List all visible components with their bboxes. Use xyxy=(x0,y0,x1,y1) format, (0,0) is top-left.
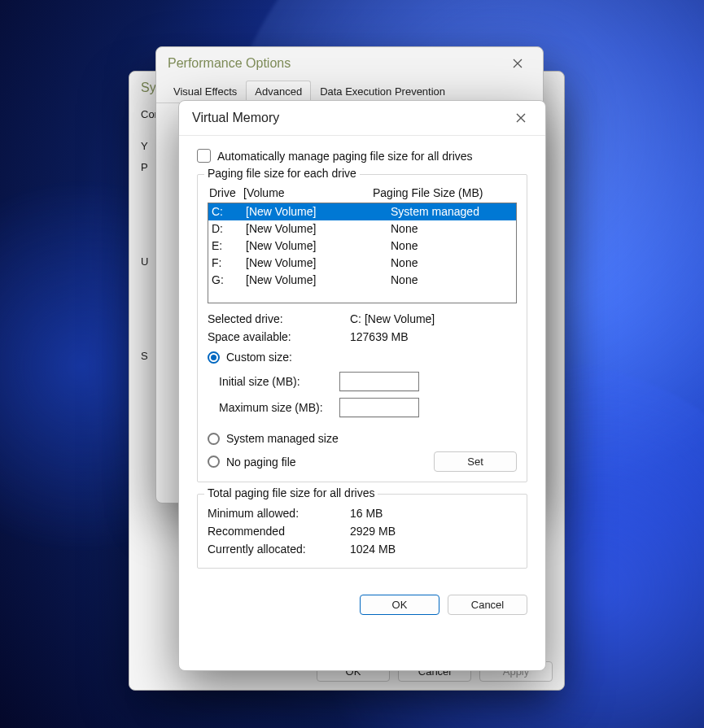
initial-size-label: Initial size (MB): xyxy=(219,375,333,388)
system-managed-label: System managed size xyxy=(226,432,339,445)
drive-letter: C: xyxy=(212,204,246,220)
space-available-value: 127639 MB xyxy=(350,330,409,343)
no-paging-radio[interactable] xyxy=(208,456,220,468)
virtual-memory-titlebar[interactable]: Virtual Memory xyxy=(179,101,545,136)
auto-manage-checkbox[interactable] xyxy=(197,149,211,163)
maximum-size-label: Maximum size (MB): xyxy=(219,401,333,414)
drive-volume: [New Volume] xyxy=(246,255,391,271)
drive-volume: [New Volume] xyxy=(246,272,391,288)
initial-size-input[interactable] xyxy=(339,372,419,391)
drive-row[interactable]: D: [New Volume] None xyxy=(208,220,516,238)
drive-list[interactable]: C: [New Volume] System managed D: [New V… xyxy=(208,203,517,303)
current-value: 1024 MB xyxy=(350,543,396,556)
header-drive: Drive xyxy=(209,186,243,199)
drive-volume: [New Volume] xyxy=(246,204,391,220)
drive-size: None xyxy=(391,255,513,271)
recommended-label: Recommended xyxy=(208,525,350,538)
recommended-value: 2929 MB xyxy=(350,525,396,538)
performance-options-titlebar[interactable]: Performance Options xyxy=(156,47,543,80)
virtual-memory-dialog: Virtual Memory Automatically manage pagi… xyxy=(178,100,546,671)
no-paging-label: No paging file xyxy=(226,456,296,469)
min-allowed-value: 16 MB xyxy=(350,507,383,520)
space-available-label: Space available: xyxy=(208,330,350,343)
desktop-background: Syste Com Y P U S OK Cancel Apply Perfor… xyxy=(0,0,704,728)
drive-list-header: Drive [Volume Paging File Size (MB) xyxy=(208,185,517,203)
group-legend: Paging file size for each drive xyxy=(204,167,360,180)
custom-size-radio[interactable] xyxy=(208,351,220,364)
min-allowed-label: Minimum allowed: xyxy=(208,507,350,520)
selected-drive-value: C: [New Volume] xyxy=(350,312,435,325)
cancel-button[interactable]: Cancel xyxy=(448,595,527,615)
drive-letter: D: xyxy=(212,221,246,237)
current-label: Currently allocated: xyxy=(208,543,350,556)
drive-size: None xyxy=(391,272,513,288)
drive-size: None xyxy=(391,221,513,237)
close-icon[interactable] xyxy=(506,107,536,129)
drive-letter: G: xyxy=(212,272,246,288)
performance-options-title: Performance Options xyxy=(168,56,291,71)
auto-manage-label: Automatically manage paging file size fo… xyxy=(217,150,473,163)
drive-letter: E: xyxy=(212,238,246,254)
drive-row[interactable]: C: [New Volume] System managed xyxy=(208,203,516,220)
drive-size: None xyxy=(391,238,513,254)
header-size: Paging File Size (MB) xyxy=(373,186,515,199)
drive-size: System managed xyxy=(391,204,513,220)
drive-letter: F: xyxy=(212,255,246,271)
custom-size-label: Custom size: xyxy=(226,351,292,364)
maximum-size-input[interactable] xyxy=(339,398,419,417)
drive-row[interactable]: F: [New Volume] None xyxy=(208,255,516,272)
ok-button[interactable]: OK xyxy=(360,595,439,615)
virtual-memory-title: Virtual Memory xyxy=(192,111,279,125)
group-legend: Total paging file size for all drives xyxy=(204,486,378,499)
system-managed-radio[interactable] xyxy=(208,433,220,445)
close-icon[interactable] xyxy=(504,54,531,73)
drive-volume: [New Volume] xyxy=(246,221,391,237)
set-button[interactable]: Set xyxy=(434,451,517,472)
drive-row[interactable]: G: [New Volume] None xyxy=(208,272,516,289)
selected-drive-label: Selected drive: xyxy=(208,312,350,325)
drive-row[interactable]: E: [New Volume] None xyxy=(208,238,516,255)
drive-volume: [New Volume] xyxy=(246,238,391,254)
paging-per-drive-group: Paging file size for each drive Drive [V… xyxy=(197,174,527,482)
header-volume: [Volume xyxy=(243,186,373,199)
total-paging-group: Total paging file size for all drives Mi… xyxy=(197,494,527,569)
